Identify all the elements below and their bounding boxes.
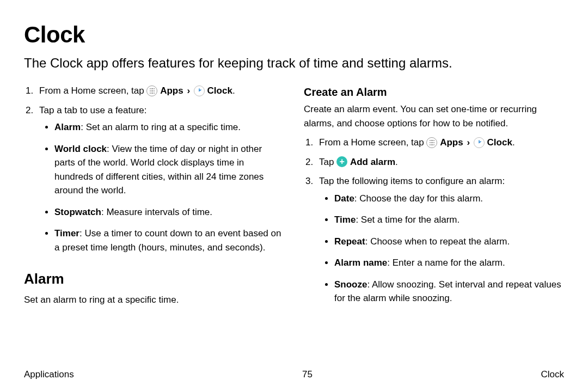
add-icon: + bbox=[336, 156, 347, 167]
apps-label: Apps bbox=[440, 137, 463, 148]
page-footer: Applications 75 Clock bbox=[24, 369, 564, 380]
right-column: Create an Alarm Create an alarm event. Y… bbox=[304, 84, 564, 313]
config-alarm-name: Alarm name: Enter a name for the alarm. bbox=[334, 256, 564, 270]
feature-stopwatch: Stopwatch: Measure intervals of time. bbox=[54, 205, 284, 219]
config-snooze: Snooze: Allow snoozing. Set interval and… bbox=[334, 278, 564, 305]
feature-alarm: Alarm: Set an alarm to ring at a specifi… bbox=[54, 120, 284, 134]
feature-world-clock: World clock: View the time of day or nig… bbox=[54, 142, 284, 198]
step-text: Tap the following items to configure an … bbox=[319, 176, 505, 186]
apps-label: Apps bbox=[160, 85, 183, 96]
step-text: From a Home screen, tap bbox=[39, 85, 146, 96]
step-text: Tap bbox=[319, 157, 336, 167]
clock-label: Clock bbox=[207, 85, 232, 96]
right-step-1: From a Home screen, tap Apps › Clock. bbox=[316, 136, 564, 150]
footer-section: Applications bbox=[24, 369, 74, 380]
left-step-2: Tap a tab to use a feature: Alarm: Set a… bbox=[36, 103, 284, 255]
config-date: Date: Choose the day for this alarm. bbox=[334, 192, 564, 206]
clock-label: Clock bbox=[487, 137, 512, 148]
step-text: Tap a tab to use a feature: bbox=[39, 105, 147, 115]
chevron-right-icon: › bbox=[187, 84, 190, 98]
left-column: From a Home screen, tap Apps › Clock. Ta… bbox=[24, 84, 284, 313]
config-time: Time: Set a time for the alarm. bbox=[334, 213, 564, 227]
clock-icon bbox=[194, 85, 205, 96]
page-title: Clock bbox=[24, 22, 564, 48]
feature-timer: Timer: Use a timer to count down to an e… bbox=[54, 226, 284, 254]
config-repeat: Repeat: Choose when to repeat the alarm. bbox=[334, 235, 564, 249]
alarm-heading: Alarm bbox=[24, 268, 284, 290]
footer-topic: Clock bbox=[541, 369, 564, 380]
left-step-1: From a Home screen, tap Apps › Clock. bbox=[36, 84, 284, 98]
create-alarm-heading: Create an Alarm bbox=[304, 84, 564, 100]
create-alarm-intro: Create an alarm event. You can set one-t… bbox=[304, 102, 564, 130]
footer-page-number: 75 bbox=[302, 369, 313, 380]
add-alarm-label: Add alarm bbox=[350, 157, 395, 167]
step-text: From a Home screen, tap bbox=[319, 137, 426, 148]
apps-icon bbox=[426, 137, 437, 148]
right-step-3: Tap the following items to configure an … bbox=[316, 174, 564, 305]
apps-icon bbox=[146, 85, 157, 96]
chevron-right-icon: › bbox=[467, 136, 470, 150]
right-step-2: Tap + Add alarm. bbox=[316, 155, 564, 169]
intro-text: The Clock app offers features for keepin… bbox=[24, 54, 564, 72]
alarm-desc: Set an alarm to ring at a specific time. bbox=[24, 293, 284, 307]
clock-icon bbox=[474, 137, 485, 148]
